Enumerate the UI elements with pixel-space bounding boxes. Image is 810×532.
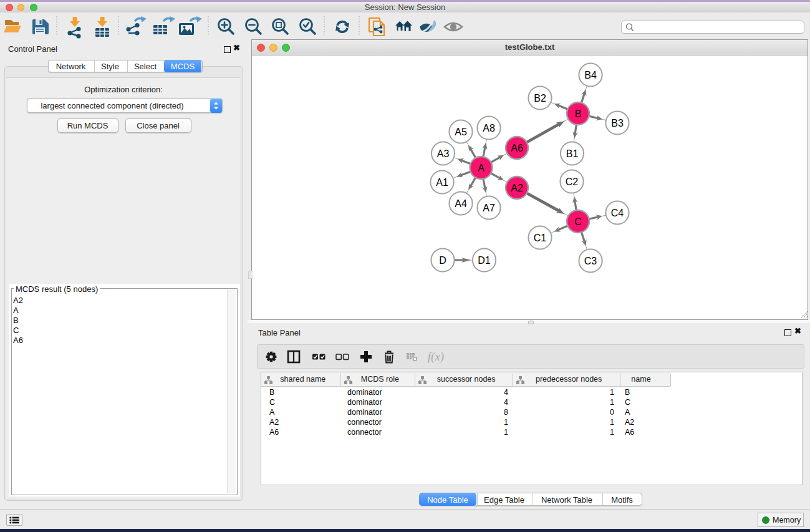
svg-text:C3: C3 bbox=[584, 256, 597, 266]
svg-text:B: B bbox=[575, 109, 582, 119]
svg-text:C1: C1 bbox=[534, 233, 547, 243]
svg-text:B3: B3 bbox=[611, 118, 624, 128]
svg-text:A8: A8 bbox=[483, 123, 495, 133]
svg-text:C2: C2 bbox=[566, 177, 579, 187]
svg-text:A6: A6 bbox=[511, 143, 523, 153]
svg-text:D: D bbox=[439, 255, 446, 266]
svg-text:f(x): f(x) bbox=[428, 350, 444, 364]
svg-text:B1: B1 bbox=[566, 148, 579, 159]
svg-text:A3: A3 bbox=[437, 148, 450, 159]
svg-text:A5: A5 bbox=[455, 127, 467, 137]
svg-text:A: A bbox=[478, 163, 485, 173]
svg-text:B2: B2 bbox=[534, 93, 546, 104]
svg-text:A4: A4 bbox=[455, 198, 467, 209]
svg-text:B4: B4 bbox=[584, 70, 597, 80]
svg-text:D1: D1 bbox=[478, 255, 491, 266]
svg-text:C4: C4 bbox=[611, 208, 624, 218]
svg-text:C: C bbox=[574, 216, 582, 227]
svg-text:A1: A1 bbox=[436, 177, 448, 188]
svg-text:A7: A7 bbox=[483, 203, 495, 213]
svg-text:A2: A2 bbox=[511, 183, 523, 193]
